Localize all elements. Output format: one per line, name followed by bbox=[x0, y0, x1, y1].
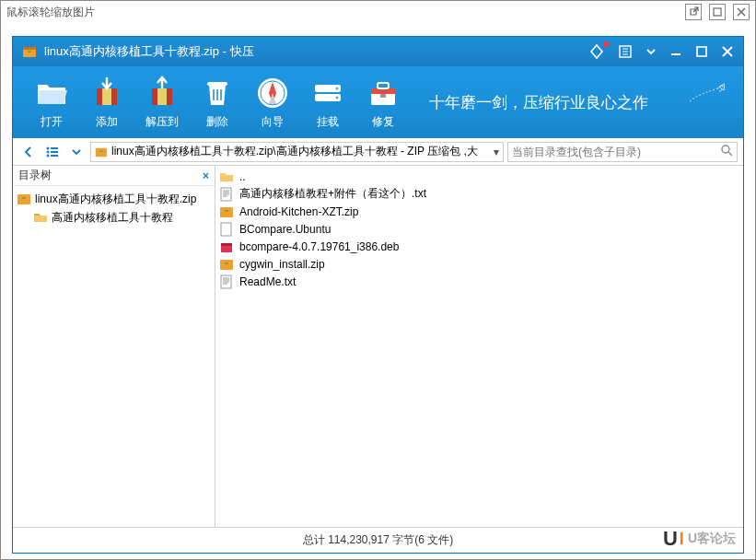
slogan-text: 十年磨一剑，压缩行业良心之作 bbox=[429, 92, 648, 113]
svg-rect-25 bbox=[99, 150, 103, 152]
svg-point-21 bbox=[47, 146, 50, 149]
popout-button[interactable] bbox=[685, 4, 702, 20]
svg-rect-30 bbox=[220, 207, 233, 217]
svg-rect-28 bbox=[22, 197, 26, 199]
search-box[interactable] bbox=[507, 142, 738, 162]
back-button[interactable] bbox=[18, 142, 39, 162]
wizard-button[interactable]: 向导 bbox=[245, 72, 300, 133]
status-bar: 总计 114,230,917 字节(6 文件) UI U客论坛 bbox=[13, 527, 743, 553]
settings-icon[interactable] bbox=[618, 44, 633, 59]
toolbar: 打开 添加 解压到 删除 bbox=[13, 66, 743, 138]
path-dropdown-icon[interactable]: ▾ bbox=[494, 146, 499, 158]
add-archive-icon bbox=[89, 76, 124, 111]
tree-folder[interactable]: 高通内核移植工具十教程 bbox=[17, 208, 211, 227]
add-button[interactable]: 添加 bbox=[79, 72, 134, 133]
svg-rect-0 bbox=[714, 8, 721, 16]
dropdown-icon[interactable] bbox=[646, 46, 657, 57]
folder-up-icon bbox=[219, 169, 234, 184]
file-name: Android-Kitchen-XZT.zip bbox=[239, 205, 358, 218]
file-name: cygwin_install.zip bbox=[239, 258, 325, 271]
svg-point-16 bbox=[336, 96, 339, 99]
svg-rect-24 bbox=[96, 147, 107, 157]
file-name: bcompare-4.0.7.19761_i386.deb bbox=[239, 240, 399, 253]
svg-rect-34 bbox=[221, 243, 232, 246]
svg-point-22 bbox=[47, 150, 50, 153]
file-type-icon bbox=[219, 274, 234, 289]
file-type-icon bbox=[219, 204, 234, 219]
notification-icon[interactable] bbox=[588, 43, 605, 60]
extract-icon bbox=[145, 76, 180, 111]
extract-button[interactable]: 解压到 bbox=[134, 72, 190, 133]
svg-rect-2 bbox=[23, 47, 36, 50]
file-type-icon bbox=[219, 257, 234, 272]
toolbox-icon bbox=[366, 76, 401, 111]
mount-button[interactable]: 挂载 bbox=[300, 72, 355, 133]
file-name: ReadMe.txt bbox=[239, 275, 296, 288]
svg-rect-31 bbox=[225, 210, 228, 212]
svg-rect-9 bbox=[157, 88, 167, 105]
file-type-icon bbox=[219, 187, 234, 202]
maximize-button[interactable] bbox=[695, 45, 708, 58]
search-icon[interactable] bbox=[720, 144, 733, 159]
folder-icon bbox=[33, 210, 48, 225]
svg-rect-27 bbox=[17, 194, 30, 204]
file-row[interactable]: Android-Kitchen-XZT.zip bbox=[215, 203, 743, 220]
open-button[interactable]: 打开 bbox=[24, 72, 79, 133]
file-row[interactable]: ReadMe.txt bbox=[215, 273, 743, 290]
viewer-titlebar: 鼠标滚轮缩放图片 bbox=[1, 1, 755, 23]
svg-rect-19 bbox=[378, 83, 389, 88]
maximize-button[interactable] bbox=[709, 4, 726, 20]
close-button[interactable] bbox=[733, 4, 750, 20]
parent-folder-row[interactable]: .. bbox=[215, 168, 743, 185]
svg-rect-3 bbox=[28, 51, 31, 52]
sidebar: 目录树 × linux高通内核移植工具十教程.zip 高通内核移植 bbox=[13, 166, 215, 527]
path-input[interactable]: linux高通内核移植工具十教程.zip\高通内核移植工具十教程 - ZIP 压… bbox=[90, 142, 504, 162]
app-icon bbox=[22, 44, 37, 59]
svg-point-23 bbox=[47, 154, 50, 157]
folder-open-icon bbox=[34, 76, 69, 111]
file-list: .. 高通内核移植教程+附件（看这个）.txtAndroid-Kitchen-X… bbox=[215, 166, 743, 527]
minimize-button[interactable] bbox=[669, 45, 682, 58]
svg-rect-10 bbox=[207, 82, 227, 86]
path-text: linux高通内核移植工具十教程.zip\高通内核移植工具十教程 - ZIP 压… bbox=[111, 144, 478, 159]
svg-rect-35 bbox=[220, 260, 233, 270]
file-row[interactable]: BCompare.Ubuntu bbox=[215, 220, 743, 238]
watermark: UI U客论坛 bbox=[663, 527, 736, 551]
file-row[interactable]: bcompare-4.0.7.19761_i386.deb bbox=[215, 238, 743, 255]
close-tree-button[interactable]: × bbox=[203, 169, 209, 182]
repair-button[interactable]: 修复 bbox=[355, 72, 411, 133]
svg-rect-7 bbox=[102, 88, 111, 105]
svg-rect-5 bbox=[697, 47, 706, 56]
svg-rect-32 bbox=[221, 223, 231, 236]
viewer-title: 鼠标滚轮缩放图片 bbox=[6, 5, 685, 20]
file-row[interactable]: 高通内核移植教程+附件（看这个）.txt bbox=[215, 185, 743, 203]
file-type-icon bbox=[219, 222, 234, 237]
close-button[interactable] bbox=[721, 45, 734, 58]
nav-bar: linux高通内核移植工具十教程.zip\高通内核移植工具十教程 - ZIP 压… bbox=[13, 138, 743, 166]
sidebar-title: 目录树 bbox=[18, 168, 52, 183]
app-title: linux高通内核移植工具十教程.zip - 快压 bbox=[44, 43, 588, 60]
svg-point-26 bbox=[722, 146, 729, 153]
view-dropdown-button[interactable] bbox=[66, 142, 87, 162]
file-type-icon bbox=[219, 239, 234, 254]
search-input[interactable] bbox=[512, 146, 720, 158]
file-row[interactable]: cygwin_install.zip bbox=[215, 255, 743, 273]
drive-icon bbox=[310, 76, 345, 111]
delete-button[interactable]: 删除 bbox=[190, 72, 245, 133]
status-text: 总计 114,230,917 字节(6 文件) bbox=[303, 532, 453, 548]
file-name: 高通内核移植教程+附件（看这个）.txt bbox=[239, 186, 426, 202]
tree-root[interactable]: linux高通内核移植工具十教程.zip bbox=[17, 190, 211, 208]
archive-icon bbox=[17, 192, 31, 206]
app-titlebar: linux高通内核移植工具十教程.zip - 快压 bbox=[13, 37, 743, 66]
svg-rect-36 bbox=[225, 262, 228, 264]
compass-icon bbox=[255, 76, 290, 111]
paper-plane-icon bbox=[688, 83, 725, 113]
svg-rect-20 bbox=[380, 94, 386, 98]
trash-icon bbox=[200, 76, 235, 111]
view-list-button[interactable] bbox=[42, 142, 63, 162]
file-name: BCompare.Ubuntu bbox=[239, 223, 331, 236]
svg-point-15 bbox=[336, 87, 339, 89]
